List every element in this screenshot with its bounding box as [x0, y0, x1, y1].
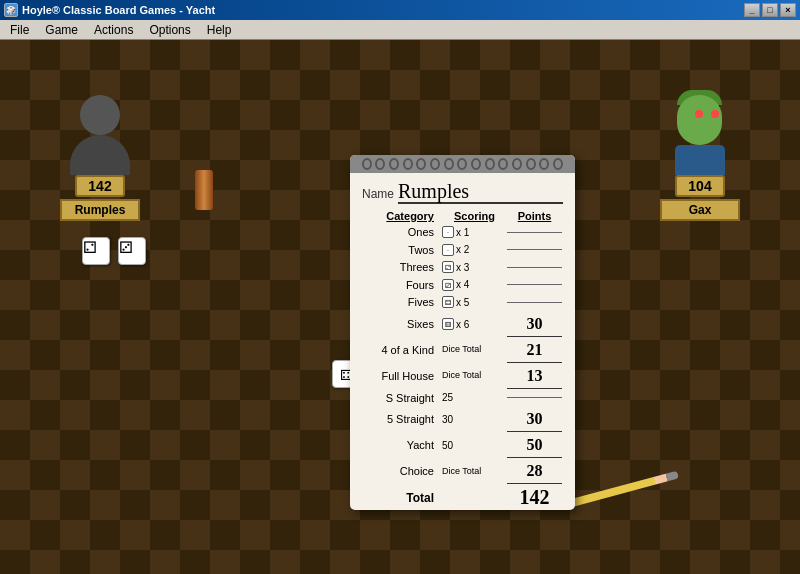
scoring-fives: ⚃ x 5: [442, 295, 507, 310]
spiral-loop: [362, 158, 372, 170]
rumples-head: [80, 95, 120, 135]
app-icon: 🎲: [4, 3, 18, 17]
label-ones: Ones: [362, 224, 442, 241]
header-scoring: Scoring: [442, 210, 507, 222]
maximize-button[interactable]: □: [762, 3, 778, 17]
game-area: 142 Rumples 104 Gax ⚁ ⚂ ⚃ ⚀: [0, 40, 800, 574]
die-icon: ·: [442, 226, 454, 238]
total-row: Total 142: [362, 486, 563, 509]
spiral-binding: [350, 155, 575, 173]
label-fullhouse: Full House: [362, 368, 442, 385]
spiral-loop: [485, 158, 495, 170]
label-twos: Twos: [362, 242, 442, 259]
row-ones[interactable]: Ones · x 1: [362, 224, 563, 241]
label-threes: Threes: [362, 259, 442, 276]
player-right: 104 Gax: [660, 95, 740, 221]
points-sstraight: [507, 397, 562, 398]
spiral-loop: [526, 158, 536, 170]
scoring-fours: ⚂ x 4: [442, 277, 507, 292]
window-controls[interactable]: _ □ ×: [744, 3, 796, 17]
titlebar-title: Hoyle® Classic Board Games - Yacht: [22, 4, 215, 16]
row-fives[interactable]: Fives ⚃ x 5: [362, 294, 563, 311]
scoring-ones: · x 1: [442, 225, 507, 240]
label-yacht: Yacht: [362, 437, 442, 454]
die-1[interactable]: ⚁: [82, 237, 110, 265]
points-fours: [507, 284, 562, 285]
die-icon: ⚁: [442, 261, 454, 273]
row-fullhouse[interactable]: Full House Dice Total 13: [362, 364, 563, 389]
row-twos[interactable]: Twos · x 2: [362, 242, 563, 259]
spiral-loop: [375, 158, 385, 170]
rumples-body: [70, 135, 130, 175]
points-ones: [507, 232, 562, 233]
dice-cup: [195, 170, 213, 210]
scorecard: Name Rumples Category Scoring Points One…: [350, 155, 575, 510]
menu-actions[interactable]: Actions: [86, 21, 141, 39]
label-sstraight: S Straight: [362, 390, 442, 407]
spiral-loop: [539, 158, 549, 170]
menu-file[interactable]: File: [2, 21, 37, 39]
minimize-button[interactable]: _: [744, 3, 760, 17]
row-5straight[interactable]: 5 Straight 30 30: [362, 407, 563, 432]
total-label: Total: [362, 491, 442, 505]
spiral-loop: [553, 158, 563, 170]
gax-face: [677, 95, 722, 145]
row-sixes[interactable]: Sixes ⚅ x 6 30: [362, 312, 563, 337]
notepad-content: Name Rumples Category Scoring Points One…: [350, 173, 575, 510]
spiral-loop: [471, 158, 481, 170]
gax-eyes: [695, 110, 719, 118]
rumples-score: 142: [75, 175, 125, 197]
menubar: File Game Actions Options Help: [0, 20, 800, 40]
spiral-loop: [457, 158, 467, 170]
label-choice: Choice: [362, 463, 442, 480]
header-category: Category: [362, 210, 442, 222]
points-4kind: 21: [507, 338, 562, 363]
die-icon: ·: [442, 244, 454, 256]
points-fullhouse: 13: [507, 364, 562, 389]
die-2[interactable]: ⚂: [118, 237, 146, 265]
row-4kind[interactable]: 4 of a Kind Dice Total 21: [362, 338, 563, 363]
die-icon: ⚅: [442, 318, 454, 330]
row-threes[interactable]: Threes ⚁ x 3: [362, 259, 563, 276]
points-5straight: 30: [507, 407, 562, 432]
die-icon: ⚂: [442, 279, 454, 291]
total-value: 142: [507, 486, 562, 509]
spiral-loop: [498, 158, 508, 170]
spiral-loop: [389, 158, 399, 170]
rumples-name: Rumples: [60, 199, 140, 221]
menu-help[interactable]: Help: [199, 21, 240, 39]
row-sstraight[interactable]: S Straight 25: [362, 390, 563, 407]
header-points: Points: [507, 210, 562, 222]
label-fives: Fives: [362, 294, 442, 311]
pencil: [561, 471, 679, 510]
label-4kind: 4 of a Kind: [362, 342, 442, 359]
player-name-row: Name Rumples: [362, 181, 563, 204]
scoring-5straight: 30: [442, 412, 507, 427]
points-sixes: 30: [507, 312, 562, 337]
scoring-yacht: 50: [442, 438, 507, 453]
menu-game[interactable]: Game: [37, 21, 86, 39]
spiral-loop: [403, 158, 413, 170]
scoring-sstraight: 25: [442, 390, 507, 405]
gax-avatar: [665, 95, 735, 175]
close-button[interactable]: ×: [780, 3, 796, 17]
label-sixes: Sixes: [362, 316, 442, 333]
menu-options[interactable]: Options: [141, 21, 198, 39]
spiral-loop: [430, 158, 440, 170]
points-fives: [507, 302, 562, 303]
points-yacht: 50: [507, 433, 562, 458]
gax-name: Gax: [660, 199, 740, 221]
label-fours: Fours: [362, 277, 442, 294]
spiral-loop: [512, 158, 522, 170]
scoring-4kind: Dice Total: [442, 343, 507, 357]
scoring-twos: · x 2: [442, 242, 507, 257]
scoring-sixes: ⚅ x 6: [442, 317, 507, 332]
titlebar: 🎲 Hoyle® Classic Board Games - Yacht _ □…: [0, 0, 800, 20]
dice-area-left[interactable]: ⚁ ⚂: [80, 235, 148, 267]
scoring-threes: ⚁ x 3: [442, 260, 507, 275]
gax-eye-right: [711, 110, 719, 118]
scoring-fullhouse: Dice Total: [442, 369, 507, 383]
row-fours[interactable]: Fours ⚂ x 4: [362, 277, 563, 294]
row-yacht[interactable]: Yacht 50 50: [362, 433, 563, 458]
row-choice[interactable]: Choice Dice Total 28: [362, 459, 563, 484]
